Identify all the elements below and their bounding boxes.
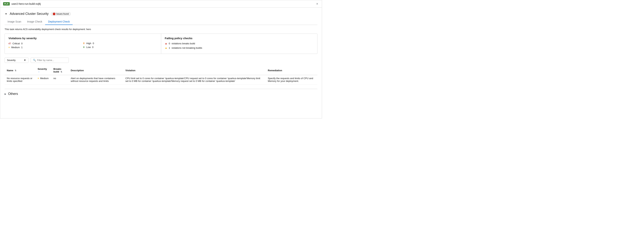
others-section[interactable]: ▶ Others xyxy=(4,89,318,99)
window-title: user2-hero-run-build-xvj8j xyxy=(12,2,41,5)
col-severity-sort-icon: ↑ xyxy=(38,71,40,73)
stats-grid: Violations by severity 🏷 Critical 0 ≡ Me… xyxy=(4,33,318,54)
col-breaks-build-sort-icon: ⇅ xyxy=(60,71,62,73)
tab-deployment-check[interactable]: Deployment Check xyxy=(45,19,72,25)
others-collapse-icon: ▶ xyxy=(4,93,6,95)
violations-table: Name ⇅ Severity ↑ Breaks build ⇅ Descr xyxy=(4,66,318,84)
table-header-row: Name ⇅ Severity ↑ Breaks build ⇅ Descr xyxy=(4,66,318,75)
table-body: No resource requests or limits specified… xyxy=(4,75,318,84)
tabs-container: Image Scan Image Check Deployment Check xyxy=(4,19,318,25)
table-row: No resource requests or limits specified… xyxy=(4,75,318,84)
severity-dropdown-label: Severity xyxy=(7,59,16,61)
medium-label: Medium xyxy=(11,46,20,49)
col-severity[interactable]: Severity ↑ xyxy=(36,66,51,75)
violations-grid: 🏷 Critical 0 ≡ Medium 1 xyxy=(8,42,157,50)
high-stat: ⬆ High 0 xyxy=(83,42,157,45)
cell-name: No resource requests or limits specified xyxy=(4,75,36,84)
col-remediation: Remediation xyxy=(266,66,318,75)
issues-badge-label: Issues found xyxy=(56,13,69,15)
violations-right-col: ⬆ High 0 ⬇ Low 0 xyxy=(83,42,157,50)
violations-left-col: 🏷 Critical 0 ≡ Medium 1 xyxy=(8,42,83,50)
issues-badge: ! Issues found xyxy=(51,12,71,16)
critical-value: 0 xyxy=(21,42,22,45)
search-icon: 🔍 xyxy=(33,59,36,61)
critical-stat: 🏷 Critical 0 xyxy=(8,42,83,45)
not-breaking-row: ▲ 1 violations not breaking builds xyxy=(165,46,314,49)
high-label: High xyxy=(86,42,91,45)
collapse-button[interactable]: ▼ xyxy=(4,12,8,15)
deployment-check-description: This task returns ACS vulnerability depl… xyxy=(4,28,318,30)
close-button[interactable]: × xyxy=(316,1,319,6)
chevron-down-icon: ▼ xyxy=(24,59,26,61)
col-severity-label: Severity xyxy=(38,68,47,70)
high-value: 0 xyxy=(93,42,94,45)
section-title: Advanced Cluster Security xyxy=(10,12,48,16)
col-remediation-label: Remediation xyxy=(268,69,282,72)
col-breaks-build[interactable]: Breaks build ⇅ xyxy=(51,66,68,75)
not-breaking-icon: ▲ xyxy=(165,46,168,49)
tab-image-scan[interactable]: Image Scan xyxy=(4,19,24,25)
medium-stat: ≡ Medium 1 xyxy=(8,46,83,49)
col-description: Description xyxy=(68,66,123,75)
col-name-label: Name xyxy=(7,69,13,72)
medium-severity-label: Medium xyxy=(40,77,48,80)
failing-policy-checks: Failing policy checks ▲ 0 violations bre… xyxy=(161,34,318,54)
breaks-build-row: ▲ 0 violations breaks build xyxy=(165,42,314,45)
medium-icon: ≡ xyxy=(8,46,10,49)
low-stat: ⬇ Low 0 xyxy=(83,46,157,48)
col-name-sort-icon: ⇅ xyxy=(15,69,16,72)
main-content: ▼ Advanced Cluster Security ! Issues fou… xyxy=(0,7,322,99)
policy-checks-title: Failing policy checks xyxy=(165,37,314,40)
medium-severity-icon: ≡ xyxy=(38,77,39,80)
not-breaking-count: 1 xyxy=(169,46,170,49)
issues-badge-icon: ! xyxy=(53,13,56,15)
critical-icon: 🏷 xyxy=(8,42,11,45)
severity-medium: ≡ Medium xyxy=(38,77,49,80)
col-description-label: Description xyxy=(71,69,84,72)
violations-title: Violations by severity xyxy=(8,37,157,40)
col-violation-label: Violation xyxy=(126,69,136,72)
not-breaking-label: violations not breaking builds xyxy=(172,46,202,49)
critical-label: Critical xyxy=(12,42,20,45)
search-box: 🔍 xyxy=(30,57,69,63)
table-header: Name ⇅ Severity ↑ Breaks build ⇅ Descr xyxy=(4,66,318,75)
low-icon: ⬇ xyxy=(83,46,85,48)
severity-dropdown[interactable]: Severity ▼ xyxy=(4,57,28,63)
section-header: ▼ Advanced Cluster Security ! Issues fou… xyxy=(4,12,318,16)
tab-image-check[interactable]: Image Check xyxy=(24,19,45,25)
cell-remediation: Specify the requests and limits of CPU a… xyxy=(266,75,318,84)
search-input[interactable] xyxy=(37,59,66,61)
breaks-build-count: 0 xyxy=(169,42,170,45)
low-label: Low xyxy=(86,46,91,48)
cell-severity: ≡ Medium xyxy=(36,75,51,84)
filters-row: Severity ▼ 🔍 xyxy=(4,57,318,63)
col-breaks-build-label: Breaks build xyxy=(53,68,61,73)
main-window: PLR user2-hero-run-build-xvj8j × ▼ Advan… xyxy=(0,0,322,119)
high-icon: ⬆ xyxy=(83,42,85,45)
medium-value: 1 xyxy=(21,46,22,49)
cell-description: Alert on deployments that have container… xyxy=(68,75,123,84)
others-title: Others xyxy=(8,92,18,96)
low-value: 0 xyxy=(92,46,94,48)
breaks-build-icon: ▲ xyxy=(165,42,168,45)
title-bar: PLR user2-hero-run-build-xvj8j × xyxy=(0,0,322,7)
cell-violation: CPU limit set to 0 cores for container '… xyxy=(123,75,266,84)
col-name[interactable]: Name ⇅ xyxy=(4,66,36,75)
deployment-check-content: This task returns ACS vulnerability depl… xyxy=(4,25,318,87)
cell-breaks-build: no xyxy=(51,75,68,84)
col-violation: Violation xyxy=(123,66,266,75)
breaks-build-label: violations breaks build xyxy=(172,42,195,45)
plr-badge: PLR xyxy=(3,2,10,5)
violations-by-severity: Violations by severity 🏷 Critical 0 ≡ Me… xyxy=(5,34,161,54)
title-bar-left: PLR user2-hero-run-build-xvj8j xyxy=(3,2,41,5)
